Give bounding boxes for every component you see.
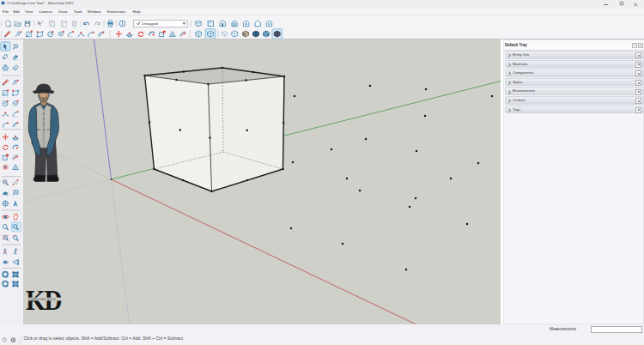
svg-text:Untagged: Untagged — [142, 21, 159, 26]
svg-text:FURNITURE WOOD: FURNITURE WOOD — [28, 298, 56, 301]
